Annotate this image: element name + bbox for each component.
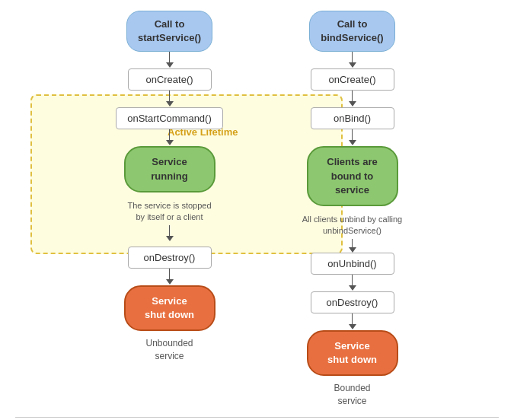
footer-left: Unbounded service: [145, 337, 193, 363]
arrow-1-right: [349, 52, 356, 68]
ondestroy-right: onDestroy(): [311, 291, 394, 313]
arrow-4-left: [166, 225, 174, 247]
caption: Figure 2. The service lifecycle. The dia…: [15, 417, 499, 420]
arrow-3-right: [349, 129, 356, 146]
arrow-2-left: [166, 91, 174, 107]
shutdown-right: Service shut down: [307, 330, 398, 376]
footer-right: Bounded service: [334, 382, 370, 408]
arrow-5-left: [166, 269, 174, 285]
start-service-box: Call to startService(): [126, 11, 212, 52]
onstartcommand-box: onStartCommand(): [116, 107, 223, 129]
note-left: The service is stopped by itself or a cl…: [127, 200, 211, 224]
onunbind-box: onUnbind(): [311, 253, 394, 275]
bind-service-box: Call to bindService(): [309, 11, 394, 52]
note-right: All clients unbind by calling unbindServ…: [302, 214, 402, 237]
right-column: Call to bindService() onCreate() onBind(…: [276, 11, 429, 408]
ondestroy-left: onDestroy(): [128, 247, 212, 269]
onbind-box: onBind(): [311, 107, 394, 129]
page: Active Lifetime Call to startService() o…: [0, 0, 514, 420]
shutdown-left: Service shut down: [124, 285, 215, 331]
arrow-4b-right: [349, 275, 356, 291]
service-running-box: Service running: [124, 146, 215, 192]
oncreate-left: onCreate(): [128, 68, 212, 91]
arrow-2-right: [349, 91, 356, 107]
clients-bound-box: Clients are bound to service: [307, 146, 398, 206]
arrow-3-left: [166, 129, 174, 146]
arrow-4-right: [349, 239, 356, 253]
oncreate-right: onCreate(): [311, 68, 394, 91]
diagram-area: Active Lifetime Call to startService() o…: [15, 11, 499, 408]
left-column: Call to startService() onCreate() onStar…: [94, 11, 246, 363]
arrow-5-right: [349, 313, 356, 330]
arrow-1-left: [166, 52, 174, 68]
